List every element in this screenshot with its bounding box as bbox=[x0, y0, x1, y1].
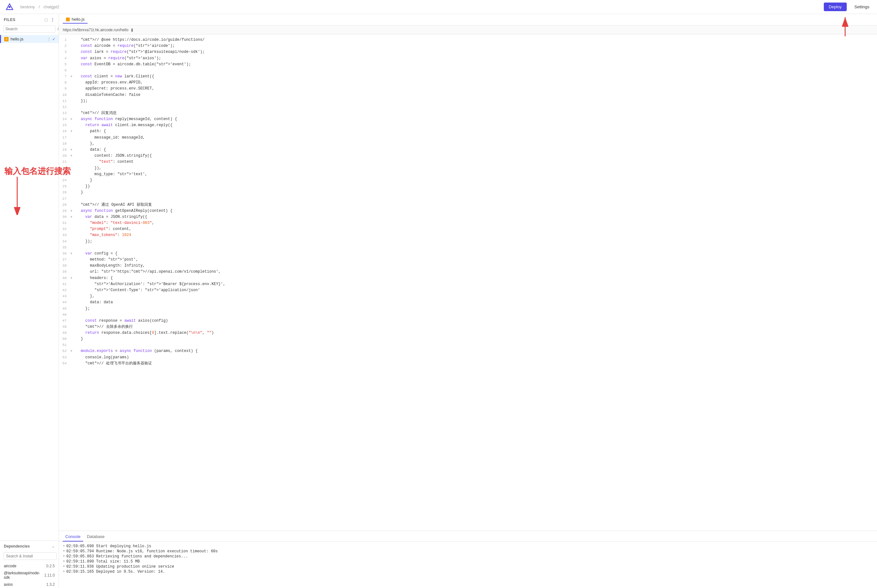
fold-icon bbox=[70, 159, 75, 165]
line-content[interactable]: headers: { bbox=[75, 275, 877, 281]
fold-icon[interactable]: ▼ bbox=[70, 214, 75, 220]
fold-icon[interactable]: ▼ bbox=[70, 208, 75, 214]
editor-tab-hello[interactable]: hello.js bbox=[63, 16, 88, 24]
line-content[interactable]: content: JSON.stringify({ bbox=[75, 153, 877, 159]
code-editor[interactable]: 1 "cmt">// @see https://docs.aircode.io/… bbox=[59, 34, 877, 531]
main-layout: Files □ ⋮ Aa ▣ ✖ J hello.js ⋮ ✓ bbox=[0, 14, 877, 588]
console-bullet: • bbox=[63, 560, 65, 564]
line-content[interactable] bbox=[75, 196, 877, 202]
tab-console[interactable]: Console bbox=[63, 532, 83, 542]
more-icon[interactable]: ⋮ bbox=[50, 17, 55, 22]
line-content[interactable]: method: "str">'post', bbox=[75, 257, 877, 263]
line-content[interactable]: "str">'Content-Type': "str">'application… bbox=[75, 287, 877, 293]
line-content[interactable]: maxBodyLength: Infinity, bbox=[75, 263, 877, 269]
deps-search-input[interactable] bbox=[3, 552, 57, 560]
line-content[interactable]: } bbox=[75, 336, 877, 342]
fold-icon bbox=[70, 202, 75, 208]
line-content[interactable] bbox=[75, 68, 877, 74]
line-content[interactable]: return response.data.choices[0].text.rep… bbox=[75, 330, 877, 336]
line-content[interactable]: }, bbox=[75, 293, 877, 299]
line-content[interactable]: console.log(params) bbox=[75, 354, 877, 361]
line-content[interactable]: "text": content bbox=[75, 159, 877, 165]
file-search-input[interactable] bbox=[3, 26, 55, 33]
fold-icon[interactable]: ▼ bbox=[70, 275, 75, 281]
line-content[interactable]: var axios = require("str">'axios'); bbox=[75, 56, 877, 62]
line-content[interactable]: "cmt">// @see https://docs.aircode.io/gu… bbox=[75, 37, 877, 43]
tab-database[interactable]: Database bbox=[84, 532, 107, 542]
line-content[interactable]: async function getOpenAIReply(content) { bbox=[75, 208, 877, 214]
line-number: 36 bbox=[59, 250, 70, 257]
line-content[interactable]: "max_tokens": 1024 bbox=[75, 232, 877, 238]
deps-header[interactable]: Dependencies ⌄ bbox=[0, 541, 58, 551]
code-line: 43 }, bbox=[59, 293, 877, 299]
line-content[interactable]: const EventDB = aircode.db.table("str">'… bbox=[75, 62, 877, 68]
line-content[interactable]: module.exports = async function (params,… bbox=[75, 348, 877, 354]
line-content[interactable]: "cmt">// 回复消息 bbox=[75, 110, 877, 116]
line-content[interactable]: var data = JSON.stringify({ bbox=[75, 214, 877, 220]
line-content[interactable] bbox=[75, 342, 877, 348]
line-content[interactable]: msg_type: "str">'text', bbox=[75, 171, 877, 177]
fold-icon bbox=[70, 171, 75, 177]
fold-icon bbox=[70, 141, 75, 147]
url-copy-icon[interactable]: ▮ bbox=[131, 27, 133, 32]
line-content[interactable] bbox=[75, 312, 877, 318]
line-content[interactable] bbox=[75, 104, 877, 110]
line-content[interactable]: const response = await axios(config) bbox=[75, 318, 877, 324]
line-number: 47 bbox=[59, 318, 70, 324]
fold-icon[interactable]: ▼ bbox=[70, 128, 75, 134]
line-content[interactable]: return await client.im.message.reply({ bbox=[75, 122, 877, 128]
line-content[interactable]: }), bbox=[75, 165, 877, 171]
code-line: 12 bbox=[59, 104, 877, 110]
new-file-icon[interactable]: □ bbox=[45, 17, 48, 22]
file-item-hello[interactable]: J hello.js ⋮ ✓ bbox=[0, 35, 58, 43]
files-icons: □ ⋮ bbox=[45, 17, 55, 22]
line-content[interactable]: } bbox=[75, 189, 877, 196]
line-content[interactable]: data: data bbox=[75, 299, 877, 306]
line-content[interactable]: appSecret: process.env.SECRET, bbox=[75, 86, 877, 92]
fold-icon[interactable]: ▼ bbox=[70, 116, 75, 122]
fold-icon[interactable]: ▼ bbox=[70, 153, 75, 159]
file-more-icon[interactable]: ⋮ bbox=[47, 37, 51, 41]
line-content[interactable]: var config = { bbox=[75, 250, 877, 257]
line-content[interactable]: }); bbox=[75, 98, 877, 104]
line-content[interactable]: "str">'Authorization': "str">'Bearer ${p… bbox=[75, 281, 877, 287]
line-content[interactable]: "cmt">// 去除多余的换行 bbox=[75, 324, 877, 330]
line-content[interactable]: }; bbox=[75, 306, 877, 312]
line-content[interactable]: disableTokenCache: false bbox=[75, 92, 877, 98]
line-content[interactable]: data: { bbox=[75, 147, 877, 153]
line-content[interactable]: }); bbox=[75, 238, 877, 244]
line-content[interactable]: message_id: messageId, bbox=[75, 135, 877, 141]
fold-icon bbox=[70, 92, 75, 98]
code-line: 45 }; bbox=[59, 306, 877, 312]
line-content[interactable]: "cmt">// 处理飞书平台的服务器验证 bbox=[75, 361, 877, 367]
console-body: •02:59:05.690 Start deploying hello.js•0… bbox=[59, 542, 877, 588]
fold-icon[interactable]: ▼ bbox=[70, 348, 75, 354]
fold-icon[interactable]: ▼ bbox=[70, 74, 75, 80]
deps-search-area: ☰ bbox=[0, 551, 58, 562]
line-number: 3 bbox=[59, 49, 70, 55]
line-content[interactable]: path: { bbox=[75, 128, 877, 134]
code-line: 3 const lark = require("str">'@larksuite… bbox=[59, 49, 877, 55]
line-content[interactable]: appId: process.env.APPID, bbox=[75, 80, 877, 86]
line-content[interactable]: const aircode = require("str">'aircode')… bbox=[75, 43, 877, 49]
deploy-button[interactable]: Deploy bbox=[824, 3, 847, 11]
fold-icon[interactable]: ▼ bbox=[70, 250, 75, 257]
line-content[interactable]: const client = new lark.Client({ bbox=[75, 74, 877, 80]
code-line: 37 method: "str">'post', bbox=[59, 257, 877, 263]
dep-name: aircode bbox=[4, 564, 16, 568]
line-content[interactable]: "prompt": content, bbox=[75, 226, 877, 232]
line-number: 28 bbox=[59, 202, 70, 208]
console-panel: Console Database •02:59:05.690 Start dep… bbox=[59, 531, 877, 588]
line-content[interactable]: }) bbox=[75, 183, 877, 189]
fold-icon[interactable]: ▼ bbox=[70, 147, 75, 153]
line-number: 50 bbox=[59, 336, 70, 342]
line-content[interactable]: const lark = require("str">'@larksuiteoa… bbox=[75, 49, 877, 55]
line-content[interactable]: } bbox=[75, 177, 877, 183]
line-content[interactable]: url: "str">'https:"cmt">//api.openai.com… bbox=[75, 269, 877, 275]
line-content[interactable]: async function reply(messageId, content)… bbox=[75, 116, 877, 122]
line-content[interactable]: "model": "text-davinci-003", bbox=[75, 220, 877, 226]
line-content[interactable]: }, bbox=[75, 141, 877, 147]
line-content[interactable] bbox=[75, 244, 877, 250]
settings-button[interactable]: Settings bbox=[852, 3, 872, 11]
line-content[interactable]: "cmt">// 通过 OpenAI API 获取回复 bbox=[75, 202, 877, 208]
